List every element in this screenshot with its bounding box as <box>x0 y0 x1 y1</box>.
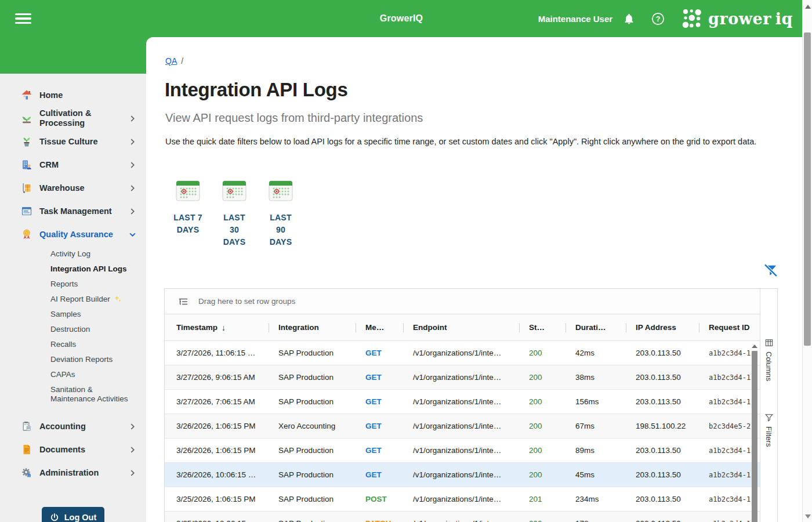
breadcrumb-separator: / <box>181 56 183 66</box>
row-group-drop-zone[interactable]: Drag here to set row groups <box>165 289 760 314</box>
power-icon <box>50 513 59 522</box>
submenu-item-capas[interactable]: CAPAs <box>0 367 146 382</box>
column-header-status[interactable]: St… <box>520 314 566 340</box>
column-header-endpoint[interactable]: Endpoint <box>404 314 520 340</box>
table-row[interactable]: 3/27/2026, 11:06:15 … SAP Production GET… <box>165 341 760 365</box>
table-row[interactable]: 3/25/2026, 1:06:15 PM SAP Production POS… <box>165 487 760 512</box>
groweriq-dots-icon <box>682 8 703 29</box>
chevron-right-icon <box>129 185 136 191</box>
table-row[interactable]: 3/26/2026, 1:06:15 PM Xero Accounting GE… <box>165 414 760 438</box>
submenu-item-deviation-reports[interactable]: Deviation Reports <box>0 351 146 367</box>
column-header-method[interactable]: Me… <box>356 314 404 340</box>
sidebar: Home Cultivation & Processing Tissue Cul… <box>0 74 146 522</box>
last-90-days-label: LAST90DAYS <box>270 212 292 248</box>
chevron-right-icon <box>129 423 136 430</box>
page-scrollbar[interactable] <box>802 0 812 522</box>
table-row[interactable]: 3/26/2026, 1:06:15 PM SAP Production GET… <box>165 438 760 463</box>
app-title: GrowerIQ <box>380 13 423 24</box>
submenu-item-ai-report-builder[interactable]: AI Report Builder <box>0 291 146 306</box>
seedling-icon <box>21 113 32 124</box>
last-30-days-label: LAST30DAYS <box>223 212 245 248</box>
hamburger-menu-icon[interactable] <box>15 12 32 25</box>
submenu-item-sanitation-maintenance[interactable]: Sanitation & Maintenance Activities <box>0 382 146 407</box>
submenu-item-samples[interactable]: Samples <box>0 306 146 321</box>
window-list-icon <box>21 205 32 217</box>
chevron-right-icon <box>129 470 136 476</box>
notifications-bell-icon[interactable] <box>623 13 635 25</box>
sidebar-item-home[interactable]: Home <box>0 84 146 107</box>
clear-filters-icon[interactable] <box>763 262 779 278</box>
sidebar-item-crm[interactable]: CRM <box>0 153 146 176</box>
tab-filters[interactable]: Filters <box>764 414 773 447</box>
tab-columns[interactable]: Columns <box>764 339 773 381</box>
page-description: Use the quick date filters below to load… <box>165 137 756 146</box>
funnel-icon <box>765 414 773 422</box>
chevron-right-icon <box>129 208 136 215</box>
scroll-down-arrow-icon[interactable] <box>805 514 811 519</box>
submenu-item-recalls[interactable]: Recalls <box>0 336 146 351</box>
user-menu[interactable]: Maintenance User <box>538 14 612 24</box>
scroll-up-arrow-icon[interactable] <box>752 345 757 348</box>
quick-date-filters: LAST 7DAYS LAST30DAYS LAST90DAYS <box>167 179 302 248</box>
last-30-days-button[interactable]: LAST30DAYS <box>213 179 255 248</box>
submenu-item-reports[interactable]: Reports <box>0 276 146 291</box>
sidebar-item-warehouse[interactable]: Warehouse <box>0 176 146 200</box>
row-group-icon <box>178 296 188 307</box>
last-7-days-label: LAST 7DAYS <box>173 212 202 236</box>
hand-truck-icon <box>21 182 32 194</box>
sidebar-item-cultivation-processing[interactable]: Cultivation & Processing <box>0 107 146 130</box>
clipboard-calculator-icon <box>21 420 32 432</box>
grid-vertical-scrollbar[interactable] <box>751 345 758 522</box>
table-row[interactable]: 3/27/2026, 7:06:15 AM SAP Production GET… <box>165 390 760 414</box>
topbar: GrowerIQ Maintenance User ? groweriq <box>0 0 802 37</box>
scroll-up-arrow-icon[interactable] <box>805 5 811 9</box>
help-icon[interactable]: ? <box>651 12 665 26</box>
submenu-item-destruction[interactable]: Destruction <box>0 321 146 336</box>
potted-plant-icon <box>21 136 32 147</box>
chevron-right-icon <box>129 139 136 145</box>
submenu-item-integration-api-logs[interactable]: Integration API Logs <box>0 261 146 276</box>
house-icon <box>21 89 32 101</box>
grid-header-row: Timestamp↓ Integration Me… Endpoint St… … <box>165 314 760 341</box>
sidebar-item-documents[interactable]: Documents <box>0 438 146 461</box>
svg-text:?: ? <box>656 14 661 23</box>
column-header-ip-address[interactable]: IP Address <box>626 314 699 340</box>
groweriq-wordmark: groweriq <box>708 10 793 28</box>
table-row[interactable]: 3/27/2026, 9:06:15 AM SAP Production GET… <box>165 365 760 390</box>
column-header-integration[interactable]: Integration <box>269 314 356 340</box>
calendar-icon <box>222 179 246 204</box>
breadcrumb-qa-link[interactable]: QA <box>165 56 177 66</box>
calendar-icon <box>176 179 200 204</box>
sidebar-item-administration[interactable]: Administration <box>0 461 146 484</box>
sidebar-item-quality-assurance[interactable]: Quality Assurance <box>0 223 146 246</box>
column-header-duration[interactable]: Durati… <box>566 314 626 340</box>
logout-button[interactable]: Log Out <box>42 507 104 522</box>
gear-icon <box>21 467 32 478</box>
office-person-icon <box>21 159 32 171</box>
document-icon <box>21 444 32 455</box>
row-group-hint: Drag here to set row groups <box>198 297 295 306</box>
sidebar-item-accounting[interactable]: Accounting <box>0 415 146 438</box>
main-content: QA/ Integration API Logs View API reques… <box>146 37 802 522</box>
calendar-icon <box>269 179 293 204</box>
groweriq-logo[interactable]: groweriq <box>682 8 793 29</box>
chevron-right-icon <box>129 447 136 453</box>
last-90-days-button[interactable]: LAST90DAYS <box>260 179 302 248</box>
columns-icon <box>765 339 773 347</box>
grid-main: Drag here to set row groups Timestamp↓ I… <box>165 289 760 522</box>
medal-icon <box>21 229 32 240</box>
chevron-down-icon <box>129 231 136 238</box>
qa-submenu: Activity Log Integration API Logs Report… <box>0 246 146 407</box>
submenu-item-activity-log[interactable]: Activity Log <box>0 246 146 261</box>
page-scrollbar-thumb[interactable] <box>804 32 811 346</box>
sidebar-item-task-management[interactable]: Task Management <box>0 200 146 223</box>
column-header-request-id[interactable]: Request ID <box>699 314 760 340</box>
grid-scrollbar-thumb[interactable] <box>752 351 757 522</box>
table-row-selected[interactable]: 3/26/2026, 10:06:15 … SAP Production GET… <box>165 463 760 487</box>
sidebar-item-tissue-culture[interactable]: Tissue Culture <box>0 130 146 153</box>
api-logs-grid: Drag here to set row groups Timestamp↓ I… <box>164 288 778 522</box>
page-subtitle: View API request logs from third-party i… <box>165 111 423 125</box>
column-header-timestamp[interactable]: Timestamp↓ <box>165 314 269 340</box>
table-row[interactable]: 3/25/2026, 12:06:15 … SAP Production PAT… <box>165 512 760 522</box>
last-7-days-button[interactable]: LAST 7DAYS <box>167 179 209 248</box>
